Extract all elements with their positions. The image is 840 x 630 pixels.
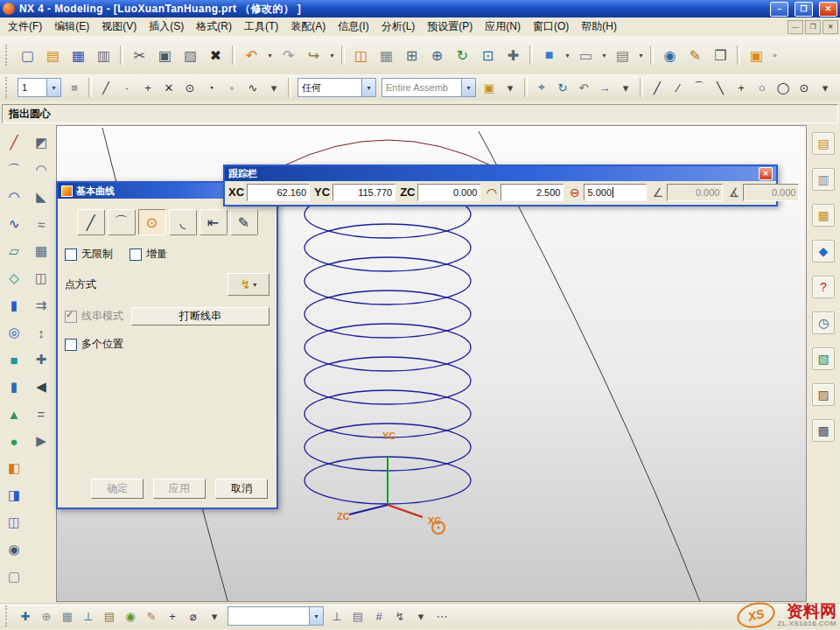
zoom-icon[interactable]: ⊕ xyxy=(424,43,450,68)
close-icon[interactable]: ✕ xyxy=(759,167,773,180)
work-layer-combo[interactable]: 1▾ xyxy=(18,78,61,97)
chevron-down-icon[interactable]: ▾ xyxy=(361,79,375,96)
render-options-icon[interactable]: ◉ xyxy=(120,606,141,626)
menu-preferences[interactable]: 预设置(P) xyxy=(421,18,479,36)
rotate-view-icon[interactable]: ↻ xyxy=(552,77,573,98)
new-icon[interactable]: ▢ xyxy=(15,43,40,68)
more-tools-icon[interactable]: ⋯ xyxy=(431,606,452,626)
toolbar-grip[interactable] xyxy=(5,77,11,98)
general-selection-icon[interactable]: ⌖ xyxy=(531,77,552,98)
collapse-arrow-icon[interactable]: ◀ xyxy=(29,374,53,399)
offset-face-icon[interactable]: ⇉ xyxy=(29,293,53,318)
named-views-icon[interactable]: ▤ xyxy=(99,606,120,626)
line-tool-icon[interactable]: ╱ xyxy=(647,77,668,98)
window-icon[interactable]: ❐ xyxy=(708,43,733,68)
toolbar-grip[interactable] xyxy=(5,45,11,66)
view-dropdown-icon[interactable]: ▾ xyxy=(615,77,636,98)
restore-button[interactable]: ❐ xyxy=(794,2,813,17)
history-icon[interactable]: ◷ xyxy=(812,312,835,334)
hole-icon[interactable]: ◉ xyxy=(2,537,26,562)
bottom-dropdown-icon[interactable]: ▾ xyxy=(204,606,225,626)
profile-icon[interactable]: ╱ xyxy=(2,130,26,155)
arc-feature-icon[interactable]: ⌒ xyxy=(2,158,26,182)
help-icon[interactable]: ? xyxy=(812,276,835,298)
object-display-icon[interactable]: ◫ xyxy=(348,43,374,68)
extrude-icon[interactable]: ▮ xyxy=(2,293,26,318)
increment-checkbox[interactable] xyxy=(130,248,142,261)
shell-icon[interactable]: ▢ xyxy=(2,564,26,589)
revolve-icon[interactable]: ◎ xyxy=(2,320,26,345)
wireframe-view-icon[interactable]: ▭ xyxy=(573,43,598,68)
snap-existing-point-icon[interactable]: ◦ xyxy=(221,77,242,98)
snap-dropdown-icon[interactable]: ▾ xyxy=(263,77,284,98)
snap-control-point-icon[interactable]: + xyxy=(137,77,158,98)
circle-center-tool-icon[interactable]: ⊙ xyxy=(794,77,815,98)
snap-quadrant-icon[interactable]: ◔ xyxy=(200,77,221,98)
mdi-minimize-button[interactable]: — xyxy=(788,20,803,34)
options-dropdown-icon[interactable]: ▾ xyxy=(410,606,431,626)
menu-tools[interactable]: 工具(T) xyxy=(238,18,284,36)
part-navigator-icon[interactable]: ▦ xyxy=(812,204,835,227)
arc-icon[interactable]: ⌒ xyxy=(108,209,136,235)
subtract-icon[interactable]: ◨ xyxy=(2,483,26,508)
shaded-view-icon[interactable]: ■ xyxy=(536,43,562,68)
repeat-command-icon[interactable]: ↪ xyxy=(301,43,326,68)
snap-point-on-curve-icon[interactable]: ∿ xyxy=(242,77,263,98)
component-dropdown-icon[interactable]: ▾ xyxy=(500,77,521,98)
print-icon[interactable]: ▥ xyxy=(91,43,116,68)
xc-input[interactable]: 62.160 xyxy=(247,184,310,201)
menu-assemblies[interactable]: 装配(A) xyxy=(284,18,332,36)
annotation-icon[interactable]: ✎ xyxy=(141,606,162,626)
construction-arc-top[interactable] xyxy=(283,140,493,166)
delete-icon[interactable]: ✖ xyxy=(203,43,228,68)
vector-icon[interactable]: → xyxy=(594,77,615,98)
snap-center-icon[interactable]: ⊙ xyxy=(179,77,200,98)
mdi-close-button[interactable]: ✕ xyxy=(822,20,838,34)
menu-insert[interactable]: 插入(S) xyxy=(143,18,190,36)
menu-window[interactable]: 窗口(O) xyxy=(527,18,575,36)
cone-icon[interactable]: ▲ xyxy=(2,402,26,426)
chevron-down-icon[interactable]: ▾ xyxy=(46,79,60,96)
instance-array-icon[interactable]: ▦ xyxy=(29,239,53,263)
snap-midpoint-icon[interactable]: ∙ xyxy=(116,77,137,98)
edit-curve-icon[interactable]: ✎ xyxy=(230,209,258,235)
view-name-combo[interactable]: ▾ xyxy=(228,606,324,626)
point-tool-icon[interactable]: + xyxy=(731,77,752,98)
curves-dropdown-icon[interactable]: ▾ xyxy=(815,77,836,98)
menu-format[interactable]: 格式(R) xyxy=(190,18,238,36)
intersect-icon[interactable]: ◫ xyxy=(2,510,26,535)
view-tripod-icon[interactable]: ⊥ xyxy=(78,606,99,626)
trim-icon[interactable]: ⇤ xyxy=(200,209,228,235)
cut-icon[interactable]: ✂ xyxy=(127,43,152,68)
redo-icon[interactable]: ↷ xyxy=(276,43,301,68)
snap-intersection-icon[interactable]: ✕ xyxy=(158,77,179,98)
menu-application[interactable]: 应用(N) xyxy=(479,18,527,36)
snap-endpoint-icon[interactable]: ╱ xyxy=(95,77,116,98)
application-icon[interactable]: ▣ xyxy=(744,43,769,68)
wireframe-dropdown-icon[interactable]: ▾ xyxy=(598,43,610,68)
unbounded-checkbox[interactable] xyxy=(65,248,77,261)
close-button[interactable]: ✕ xyxy=(819,2,837,17)
shaded-dropdown-icon[interactable]: ▾ xyxy=(562,43,573,68)
line-point-icon[interactable]: ╲ xyxy=(710,77,731,98)
reuse-library-icon[interactable]: ◆ xyxy=(812,240,835,262)
edge-blend-icon[interactable]: ◠ xyxy=(29,158,53,182)
layer-settings-icon[interactable]: ≡ xyxy=(64,77,85,98)
inferred-line-icon[interactable]: ∕ xyxy=(668,77,689,98)
menu-analysis[interactable]: 分析(L) xyxy=(375,18,422,36)
toolbar-grip[interactable] xyxy=(5,606,11,626)
assembly-navigator-icon[interactable]: ▤ xyxy=(812,132,835,155)
diameter-input[interactable]: 5.000 xyxy=(584,184,647,201)
conic-icon[interactable]: ◠ xyxy=(2,185,26,209)
fit-view-icon[interactable]: ⊡ xyxy=(475,43,500,68)
toolbar2-options-icon[interactable]: » xyxy=(836,77,840,98)
save-icon[interactable]: ▦ xyxy=(66,43,91,68)
view-orientation-icon[interactable]: ◉ xyxy=(657,43,682,68)
circle-tool-icon[interactable]: ○ xyxy=(752,77,773,98)
edit-section-icon[interactable]: ✎ xyxy=(682,43,708,68)
menu-edit[interactable]: 编辑(E) xyxy=(48,18,95,36)
constraint-navigator-icon[interactable]: ▥ xyxy=(812,168,835,191)
spline-icon[interactable]: ∿ xyxy=(2,212,26,236)
update-icon[interactable]: ↯ xyxy=(389,606,410,626)
selection-scope-combo[interactable]: Entire Assemb▾ xyxy=(382,78,476,97)
